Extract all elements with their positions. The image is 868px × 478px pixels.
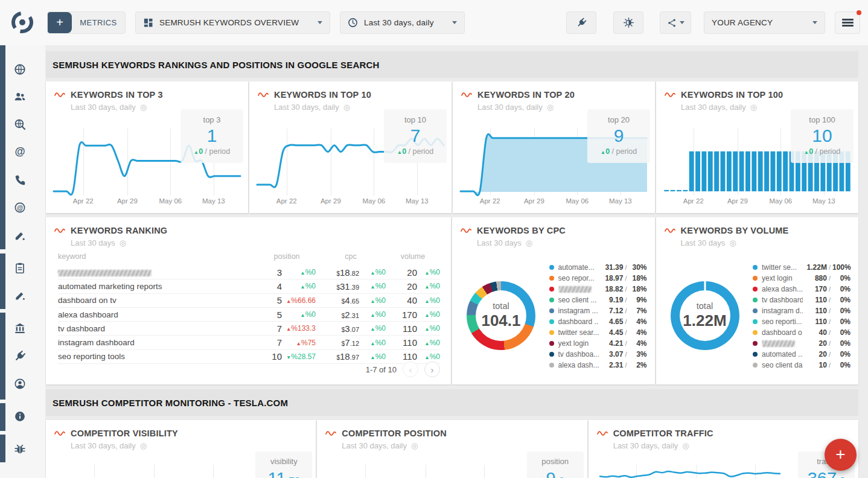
volume-value: 110 — [386, 337, 417, 348]
metrics-label: METRICS — [72, 18, 125, 27]
stat-value: 7 — [388, 126, 443, 145]
legend-item: dashboard o... 40 / 0% — [753, 327, 850, 338]
sidebar-item-account[interactable] — [13, 377, 27, 390]
volume-delta: ▲%0 — [417, 282, 440, 290]
notification-dot — [857, 10, 861, 15]
section-header-keywords: SEMRUSH KEYWORDS RANKINGS AND POSITIONS … — [46, 51, 858, 78]
widget-settings-icon[interactable]: ◎ — [411, 441, 418, 450]
x-axis-label: Apr 22 — [276, 197, 297, 205]
legend-percent: 0% — [832, 339, 850, 348]
integrations-button[interactable] — [566, 11, 596, 34]
legend-value: 1.22M — [803, 263, 827, 272]
semrush-icon — [597, 430, 608, 437]
card-title: KEYWORDS RANKING — [71, 226, 167, 235]
legend-percent: 9% — [629, 296, 647, 304]
legend-dot — [753, 341, 758, 346]
add-metrics-button[interactable]: + METRICS — [47, 11, 126, 34]
sidebar-item-calls[interactable] — [13, 173, 27, 186]
legend-item: automate... 31.39 / 30% — [549, 262, 647, 273]
widget-settings-icon[interactable]: ◎ — [682, 441, 689, 450]
stat-value: 11.78 — [259, 469, 308, 478]
hamburger-icon — [842, 18, 854, 28]
sidebar-item-debug[interactable] — [13, 442, 27, 456]
card-subtitle: Last 30 days, daily ◎ — [613, 441, 850, 450]
keyword-cell: tv dashboard — [58, 324, 258, 333]
sidebar-group-strip — [0, 253, 5, 309]
cpc-delta: ▲%0 — [359, 282, 386, 290]
widget-settings-icon[interactable]: ◎ — [120, 238, 126, 247]
sidebar-item-annotations[interactable] — [13, 289, 27, 302]
volume-legend: twitter se... 1.22M / 100% yext login 88… — [753, 262, 850, 371]
keyword-cell: automated marketing reports — [58, 282, 258, 291]
legend-item: dashboard ... 4.65 / 4% — [549, 316, 647, 327]
sidebar-item-web[interactable] — [13, 63, 27, 76]
widget-settings-icon[interactable]: ◎ — [140, 103, 147, 112]
card-title: KEYWORDS IN TOP 3 — [71, 90, 163, 100]
plus-icon: + — [48, 12, 72, 33]
widget-settings-icon[interactable]: ◎ — [343, 103, 350, 112]
sidebar-item-mentions[interactable]: @ — [13, 201, 27, 214]
x-axis: Apr 22Apr 29May 06May 13 — [53, 197, 241, 206]
stat-value: 10 — [794, 126, 850, 145]
legend-item: 20 / 0% — [753, 338, 850, 349]
table-row: instagram dashboard 7 ▲%75 $7.12 ▲%0 110… — [58, 336, 440, 349]
widget-settings-icon[interactable]: ◎ — [140, 441, 147, 450]
card-title: COMPETITOR VISIBILITY — [71, 429, 178, 438]
card-keywords-top3: KEYWORDS IN TOP 3 Last 30 days, daily ◎ … — [46, 81, 248, 213]
legend-dot — [549, 265, 554, 270]
position-value: 5 — [258, 310, 282, 320]
stat-box-top20: top 20 9 ▲0 / period — [587, 109, 650, 163]
legend-item: tv dashboa... 3.07 / 3% — [549, 349, 647, 360]
legend-dot — [549, 363, 554, 368]
app-logo[interactable] — [8, 8, 36, 36]
legend-percent: 0% — [832, 307, 850, 315]
sidebar-item-seo[interactable] — [13, 118, 27, 131]
widget-settings-icon[interactable]: ◎ — [750, 103, 757, 112]
sidebar-item-email[interactable]: @ — [13, 145, 27, 159]
x-axis-label: May 06 — [770, 197, 793, 205]
sidebar-item-crm[interactable] — [13, 90, 27, 103]
widget-settings-icon[interactable]: ◎ — [547, 103, 554, 112]
cpc-delta: ▲%0 — [359, 310, 386, 319]
sidebar-item-signatures[interactable] — [13, 229, 27, 242]
card-title: KEYWORDS IN TOP 10 — [274, 90, 371, 100]
agency-selector[interactable]: YOUR AGENCY — [704, 11, 825, 34]
dashboard-selector[interactable]: SEMRUSH KEYWORDS OVERVIEW — [135, 11, 330, 34]
legend-percent: 4% — [629, 328, 647, 337]
legend-percent: 0% — [832, 317, 850, 326]
legend-value: 10 — [803, 361, 827, 369]
globe-explore-icon — [13, 118, 27, 131]
legend-dot — [753, 287, 758, 292]
svg-text:@: @ — [17, 205, 23, 211]
sidebar-item-forms[interactable] — [13, 261, 27, 275]
sidebar-item-integrations[interactable] — [13, 349, 27, 363]
share-button[interactable] — [660, 11, 691, 34]
stat-value: 9 — [591, 126, 646, 145]
widget-settings-icon[interactable]: ◎ — [526, 238, 532, 247]
widget-settings-icon[interactable]: ◎ — [729, 238, 736, 247]
position-value: 5 — [258, 295, 282, 305]
legend-percent: 100% — [832, 263, 850, 272]
prev-page-button[interactable]: ‹ — [403, 362, 418, 377]
card-keywords-by-volume: KEYWORDS BY VOLUME Last 30 days ◎ total … — [656, 217, 859, 384]
card-competitor-position: COMPETITOR POSITION Last 30 days, daily … — [317, 420, 587, 478]
dashboard-grid-icon — [143, 18, 153, 28]
theme-toggle-button[interactable] — [613, 11, 643, 34]
position-value: 3 — [258, 267, 282, 278]
card-competitor-traffic: COMPETITOR TRAFFIC Last 30 days, daily ◎… — [589, 420, 858, 478]
next-page-button[interactable]: › — [424, 362, 440, 377]
table-row: tv dashboard 7 ▲%133.3 $3.07 ▲%0 110 ▲%0 — [58, 322, 440, 336]
card-title: COMPETITOR POSITION — [342, 429, 447, 438]
redacted-keyword — [58, 270, 152, 276]
position-delta: ▲%0 — [282, 268, 316, 276]
time-range-selector[interactable]: Last 30 days, daily — [340, 11, 465, 34]
sidebar-item-info[interactable] — [13, 410, 27, 423]
delta-up-icon: ▲ — [397, 149, 402, 155]
add-widget-fab[interactable]: + — [825, 439, 857, 471]
table-pagination: 1-7 of 10 ‹ › — [366, 362, 440, 377]
keyword-cell: alexa dashboard — [58, 310, 258, 319]
position-delta: ▲%75 — [282, 339, 316, 347]
top-cards-row: KEYWORDS IN TOP 3 Last 30 days, daily ◎ … — [46, 81, 858, 213]
sidebar-item-finance[interactable] — [13, 322, 27, 335]
main-menu-button[interactable] — [835, 11, 860, 34]
